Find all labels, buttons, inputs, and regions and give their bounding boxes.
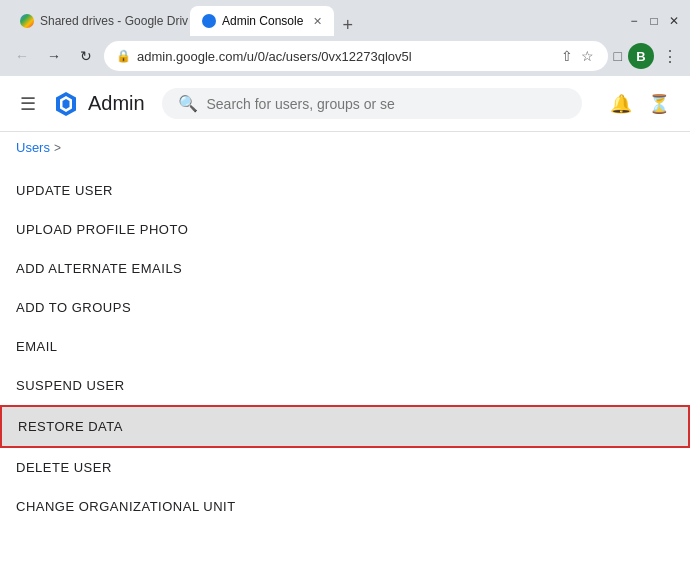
- tab-drive-label: Shared drives - Google Drive: [40, 14, 188, 28]
- menu-item-change-organizational-unit[interactable]: CHANGE ORGANIZATIONAL UNIT: [0, 487, 690, 526]
- menu-item-update-user[interactable]: UPDATE USER: [0, 171, 690, 210]
- menu-item-add-to-groups[interactable]: ADD TO GROUPS: [0, 288, 690, 327]
- extensions-icon[interactable]: □: [612, 46, 624, 66]
- menu-item-suspend-user[interactable]: SUSPEND USER: [0, 366, 690, 405]
- profile-button[interactable]: B: [628, 43, 654, 69]
- lock-icon: 🔒: [116, 49, 131, 63]
- maximize-button[interactable]: □: [646, 13, 662, 29]
- drive-favicon: [20, 14, 34, 28]
- admin-favicon: [202, 14, 216, 28]
- close-button[interactable]: ✕: [666, 13, 682, 29]
- admin-title: Admin: [88, 92, 145, 115]
- tabs-area: Shared drives - Google Drive ✕ Admin Con…: [8, 6, 359, 36]
- url-actions: ⇧ ☆: [559, 46, 596, 66]
- forward-button[interactable]: →: [40, 42, 68, 70]
- browser-menu-button[interactable]: ⋮: [658, 43, 682, 70]
- google-admin-icon: [52, 90, 80, 118]
- browser-chrome: Shared drives - Google Drive ✕ Admin Con…: [0, 0, 690, 76]
- action-menu-list: UPDATE USER UPLOAD PROFILE PHOTO ADD ALT…: [0, 163, 690, 534]
- breadcrumb-separator: >: [54, 141, 61, 155]
- window-controls: − □ ✕: [626, 13, 682, 29]
- new-tab-button[interactable]: +: [336, 15, 359, 36]
- share-icon[interactable]: ⇧: [559, 46, 575, 66]
- tab-drive[interactable]: Shared drives - Google Drive ✕: [8, 6, 188, 36]
- bookmark-icon[interactable]: ☆: [579, 46, 596, 66]
- tab-admin-close[interactable]: ✕: [313, 15, 322, 28]
- url-bar[interactable]: 🔒 admin.google.com/u/0/ac/users/0vx12273…: [104, 41, 608, 71]
- search-icon: 🔍: [178, 94, 198, 113]
- breadcrumb-users-link[interactable]: Users: [16, 140, 50, 155]
- minimize-button[interactable]: −: [626, 13, 642, 29]
- breadcrumb: Users >: [0, 132, 690, 163]
- hamburger-button[interactable]: ☰: [16, 89, 40, 119]
- page-content: ☰ Admin 🔍 🔔 ⏳ Users > UPDATE USER UPLOAD…: [0, 76, 690, 578]
- refresh-button[interactable]: ↻: [72, 42, 100, 70]
- admin-header: ☰ Admin 🔍 🔔 ⏳: [0, 76, 690, 132]
- tab-admin-label: Admin Console: [222, 14, 303, 28]
- help-icon[interactable]: ⏳: [644, 89, 674, 119]
- svg-marker-2: [63, 99, 70, 109]
- tab-admin[interactable]: Admin Console ✕: [190, 6, 334, 36]
- admin-search-bar[interactable]: 🔍: [162, 88, 582, 119]
- back-button[interactable]: ←: [8, 42, 36, 70]
- admin-logo: Admin: [52, 90, 145, 118]
- notification-bell-icon[interactable]: 🔔: [606, 89, 636, 119]
- menu-item-delete-user[interactable]: DELETE USER: [0, 448, 690, 487]
- menu-item-add-alternate-emails[interactable]: ADD ALTERNATE EMAILS: [0, 249, 690, 288]
- title-bar: Shared drives - Google Drive ✕ Admin Con…: [0, 0, 690, 36]
- menu-item-upload-profile-photo[interactable]: UPLOAD PROFILE PHOTO: [0, 210, 690, 249]
- menu-item-email[interactable]: EMAIL: [0, 327, 690, 366]
- header-icons: 🔔 ⏳: [606, 89, 674, 119]
- url-text: admin.google.com/u/0/ac/users/0vx12273ql…: [137, 49, 553, 64]
- address-bar: ← → ↻ 🔒 admin.google.com/u/0/ac/users/0v…: [0, 36, 690, 76]
- menu-item-restore-data[interactable]: RESTORE DATA: [0, 405, 690, 448]
- search-input[interactable]: [206, 96, 566, 112]
